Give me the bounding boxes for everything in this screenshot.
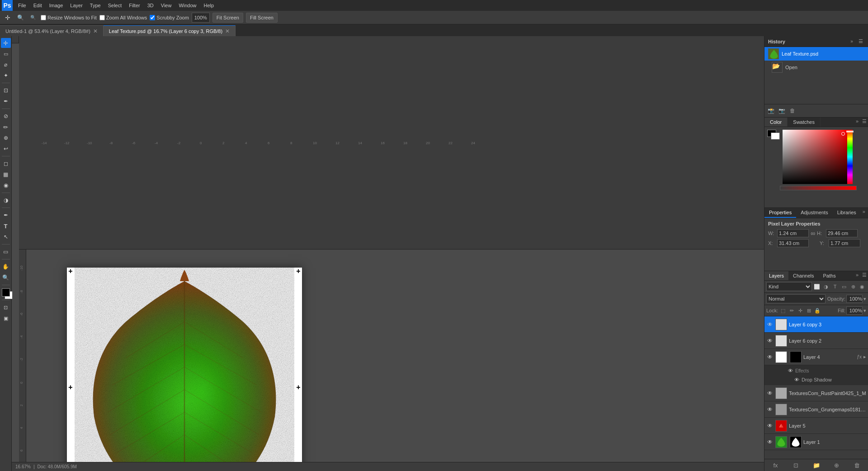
foreground-color[interactable] bbox=[2, 288, 10, 297]
zoom-out-icon[interactable]: 🔍 bbox=[28, 13, 38, 23]
menu-select[interactable]: Select bbox=[104, 0, 126, 11]
tool-blur[interactable]: ◉ bbox=[1, 180, 11, 190]
tool-lasso[interactable]: ⌀ bbox=[1, 60, 11, 70]
layer-vis-texturescom-rust[interactable]: 👁 bbox=[766, 390, 774, 397]
height-input[interactable] bbox=[826, 229, 858, 237]
background-swatch[interactable] bbox=[771, 132, 780, 140]
zoom-all-windows-checkbox[interactable]: Zoom All Windows bbox=[99, 15, 147, 20]
hue-slider[interactable] bbox=[847, 130, 853, 184]
lock-artboard-icon[interactable]: ⊞ bbox=[805, 307, 812, 314]
tool-brush[interactable]: ✏ bbox=[1, 122, 11, 132]
menu-filter[interactable]: Filter bbox=[125, 0, 143, 11]
history-item-open[interactable]: 📂 Open bbox=[764, 61, 868, 74]
filter-smart-icon[interactable]: ⊕ bbox=[849, 283, 857, 291]
alpha-slider[interactable] bbox=[780, 186, 857, 190]
menu-type[interactable]: Type bbox=[86, 0, 104, 11]
tool-eraser[interactable]: ◻ bbox=[1, 159, 11, 169]
layer-item-layer5[interactable]: 👁 🔺 Layer 5 bbox=[764, 418, 868, 434]
layer-fx-expand[interactable]: ▸ bbox=[863, 354, 866, 360]
layers-create-group-btn[interactable]: 📁 bbox=[807, 461, 826, 470]
resize-windows-input[interactable] bbox=[41, 15, 46, 20]
tool-marquee[interactable]: ▭ bbox=[1, 49, 11, 59]
history-item-leaf-texture[interactable]: Leaf Texture.psd bbox=[764, 47, 868, 61]
tool-hand[interactable]: ✋ bbox=[1, 262, 11, 272]
layers-expand-icon[interactable]: » bbox=[854, 271, 861, 278]
fill-input[interactable] bbox=[846, 306, 863, 315]
tool-zoom[interactable]: 🔍 bbox=[1, 273, 11, 283]
layer-vis-layer6copy2[interactable]: 👁 bbox=[766, 337, 774, 344]
layers-kind-select[interactable]: Kind bbox=[766, 282, 812, 291]
layer-vis-layer6copy3[interactable]: 👁 bbox=[766, 321, 774, 328]
layers-tab-channels[interactable]: Channels bbox=[788, 271, 818, 280]
tool-shape[interactable]: ▭ bbox=[1, 247, 11, 257]
tab-properties[interactable]: Properties bbox=[764, 208, 796, 218]
resize-windows-checkbox[interactable]: Resize Windows to Fit bbox=[41, 15, 97, 20]
effect-item-dropshadow-name[interactable]: 👁 Drop Shadow bbox=[787, 375, 866, 384]
tab-leaf-texture-close[interactable]: ✕ bbox=[225, 28, 230, 34]
layers-add-fx-btn[interactable]: fx bbox=[766, 461, 785, 470]
opacity-input[interactable] bbox=[846, 295, 863, 303]
layers-add-mask-btn[interactable]: ⊡ bbox=[786, 461, 806, 470]
color-spectrum[interactable] bbox=[764, 127, 868, 207]
layer-fx-layer4[interactable]: ƒx bbox=[857, 354, 862, 359]
lock-all-icon[interactable]: 🔒 bbox=[814, 307, 821, 314]
y-input[interactable] bbox=[829, 239, 860, 247]
effect-dropshadow-vis[interactable]: 👁 bbox=[793, 376, 800, 383]
layer-vis-layer5[interactable]: 👁 bbox=[766, 422, 774, 429]
blend-mode-select[interactable]: Normal bbox=[766, 294, 826, 303]
layer-item-layer6copy2[interactable]: 👁 Layer 6 copy 2 bbox=[764, 333, 868, 349]
layers-create-layer-btn[interactable]: ⊕ bbox=[827, 461, 846, 470]
fg-bg-preview[interactable] bbox=[767, 130, 780, 140]
layer-item-texturescom-grun[interactable]: 👁 TexturesCom_Grungemaps0181_19_... bbox=[764, 401, 868, 418]
canvas-workspace[interactable]: + + + + + + bbox=[67, 268, 302, 462]
layer-vis-texturescom-grun[interactable]: 👁 bbox=[766, 406, 774, 413]
tool-eyedropper[interactable]: ✒ bbox=[1, 96, 11, 106]
opacity-arrow[interactable]: ▾ bbox=[863, 296, 866, 302]
link-wh-icon[interactable]: ∞ bbox=[811, 230, 815, 237]
tool-crop[interactable]: ⊡ bbox=[1, 85, 11, 95]
tool-clone[interactable]: ⊕ bbox=[1, 133, 11, 143]
layer-item-layer6copy3[interactable]: 👁 Layer 6 copy 3 bbox=[764, 316, 868, 333]
fill-arrow[interactable]: ▾ bbox=[863, 308, 866, 314]
scrubby-zoom-checkbox[interactable]: Scrubby Zoom bbox=[150, 15, 189, 20]
move-tool-icon[interactable]: ✛ bbox=[3, 13, 13, 23]
zoom-level-input[interactable] bbox=[192, 13, 210, 23]
menu-window[interactable]: Window bbox=[175, 0, 200, 11]
fit-screen-button[interactable]: Fit Screen bbox=[212, 13, 243, 23]
lock-brush-icon[interactable]: ✏ bbox=[788, 307, 795, 314]
color-tab-swatches[interactable]: Swatches bbox=[788, 118, 821, 127]
color-gradient[interactable] bbox=[783, 130, 847, 184]
tab-libraries[interactable]: Libraries bbox=[833, 208, 861, 218]
tool-path-select[interactable]: ↖ bbox=[1, 232, 11, 242]
history-snapshot-btn[interactable]: 📸 bbox=[766, 106, 775, 115]
canvas-main[interactable]: + + + + + + bbox=[26, 250, 764, 462]
history-delete-btn[interactable]: 🗑 bbox=[788, 106, 797, 115]
x-input[interactable] bbox=[777, 239, 809, 247]
color-tab-color[interactable]: Color bbox=[764, 118, 788, 127]
menu-file[interactable]: File bbox=[14, 0, 30, 11]
props-expand-icon[interactable]: » bbox=[861, 208, 867, 215]
lock-transparency-icon[interactable]: ⬚ bbox=[779, 307, 787, 314]
layers-tab-paths[interactable]: Paths bbox=[819, 271, 840, 280]
menu-edit[interactable]: Edit bbox=[30, 0, 46, 11]
layer-vis-layer4[interactable]: 👁 bbox=[766, 353, 774, 361]
layers-tab-layers[interactable]: Layers bbox=[764, 271, 788, 280]
fill-screen-button[interactable]: Fill Screen bbox=[246, 13, 278, 23]
menu-view[interactable]: View bbox=[157, 0, 175, 11]
color-expand-icon[interactable]: » bbox=[854, 118, 861, 125]
filter-shape-icon[interactable]: ▭ bbox=[840, 283, 848, 291]
scrubby-zoom-input[interactable] bbox=[150, 15, 155, 20]
tool-patch[interactable]: ⊘ bbox=[1, 111, 11, 121]
filter-type-icon[interactable]: T bbox=[831, 283, 839, 291]
tool-move[interactable]: ✛ bbox=[1, 38, 11, 48]
layers-filter-toggle[interactable]: ◉ bbox=[858, 283, 866, 291]
layer-item-texturescom-rust[interactable]: 👁 TexturesCom_RustPaint0425_1_M bbox=[764, 385, 868, 401]
menu-help[interactable]: Help bbox=[200, 0, 218, 11]
menu-3d[interactable]: 3D bbox=[144, 0, 157, 11]
menu-layer[interactable]: Layer bbox=[66, 0, 86, 11]
tool-wand[interactable]: ✦ bbox=[1, 71, 11, 80]
layers-menu-icon[interactable]: ☰ bbox=[861, 271, 868, 278]
tool-gradient[interactable]: ▦ bbox=[1, 170, 11, 179]
effect-vis-dropshadow[interactable]: 👁 bbox=[787, 367, 793, 374]
tab-leaf-texture[interactable]: Leaf Texture.psd @ 16.7% (Layer 6 copy 3… bbox=[104, 25, 236, 36]
